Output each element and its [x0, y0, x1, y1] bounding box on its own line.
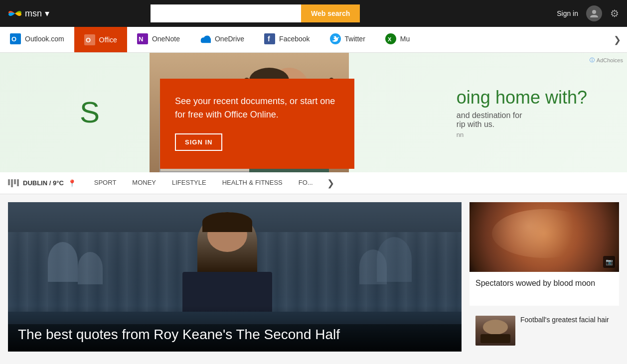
side-articles: 📷 Spectators wowed by blood moon Foo	[470, 202, 619, 352]
category-items: SPORT MONEY LIFESTYLE HEALTH & FITNESS F…	[86, 172, 321, 194]
office-dropdown-panel: See your recent documents, or start one …	[160, 79, 354, 169]
category-fo[interactable]: FO...	[291, 172, 321, 194]
svg-point-0	[592, 10, 596, 14]
top-right-controls: Sign in ⚙	[557, 5, 619, 21]
articles-grid: The best quotes from Roy Keane's The Sec…	[0, 194, 627, 360]
settings-icon[interactable]: ⚙	[610, 7, 619, 19]
football-text: Football's greatest facial hair	[520, 316, 609, 324]
facebook-icon: f	[264, 33, 275, 44]
blood-moon-headline: Spectators wowed by blood moon	[475, 278, 613, 289]
search-button[interactable]: Web search	[301, 4, 360, 22]
camera-icon: 📷	[603, 256, 615, 268]
onenote-icon: N	[137, 33, 148, 44]
xbox-icon: X	[385, 33, 396, 44]
blood-moon-text: Spectators wowed by blood moon	[470, 272, 619, 295]
blood-moon-graphic	[470, 202, 619, 272]
ad-choices: ⓘ AdChoices	[590, 57, 623, 64]
user-icon	[589, 8, 599, 18]
svg-text:X: X	[388, 36, 392, 42]
weather-location: DUBLIN / 9°C	[23, 179, 64, 187]
nav-bar: O Outlook.com O Office N OneNote OneDriv…	[0, 27, 627, 53]
category-sport[interactable]: SPORT	[86, 172, 125, 194]
msn-butterfly-icon	[8, 6, 22, 20]
nav-item-office[interactable]: O Office	[74, 27, 127, 52]
banner-subtext2: rip with us.	[457, 120, 587, 129]
blood-moon-image: 📷	[470, 202, 619, 272]
category-health[interactable]: HEALTH & FITNESS	[214, 172, 291, 194]
banner-brand: nn	[457, 131, 587, 138]
twitter-icon	[330, 33, 341, 44]
office-dropdown-text: See your recent documents, or start one …	[175, 95, 339, 121]
main-content: S	[0, 53, 627, 360]
msn-text: msn	[25, 8, 42, 19]
nav-item-onenote[interactable]: N OneNote	[127, 27, 190, 52]
nav-label-facebook: Facebook	[279, 35, 310, 43]
nav-more-button[interactable]: ❯	[608, 27, 627, 52]
main-article-background: The best quotes from Roy Keane's The Sec…	[8, 202, 462, 352]
nav-label-onenote: OneNote	[152, 35, 180, 43]
category-money[interactable]: MONEY	[124, 172, 164, 194]
outlook-icon: O	[10, 33, 21, 44]
svg-text:N: N	[139, 35, 143, 43]
category-bar: DUBLIN / 9°C 📍 SPORT MONEY LIFESTYLE HEA…	[0, 172, 627, 194]
article-divider	[470, 306, 619, 310]
banner-headline: oing home with?	[457, 87, 587, 108]
weather-pin-icon[interactable]: 📍	[68, 179, 76, 187]
svg-text:O: O	[86, 36, 91, 44]
search-bar: Web search	[151, 4, 360, 22]
nav-item-facebook[interactable]: f Facebook	[254, 27, 319, 52]
nav-label-twitter: Twitter	[345, 35, 365, 43]
nav-item-twitter[interactable]: Twitter	[320, 27, 375, 52]
msn-logo[interactable]: msn ▾	[8, 6, 49, 20]
nav-label-onedrive: OneDrive	[215, 35, 244, 43]
nav-label-outlook: Outlook.com	[25, 35, 64, 43]
search-input[interactable]	[151, 4, 301, 22]
top-bar: msn ▾ Web search Sign in ⚙	[0, 0, 627, 27]
msn-caret-icon: ▾	[45, 8, 49, 19]
banner-subtext1: and destination for	[457, 111, 587, 120]
nav-label-xbox: Mu	[400, 35, 410, 43]
main-article[interactable]: The best quotes from Roy Keane's The Sec…	[8, 202, 462, 352]
sign-in-button[interactable]: Sign in	[557, 9, 578, 17]
football-headline: Football's greatest facial hair	[520, 316, 609, 324]
svg-text:O: O	[11, 35, 16, 43]
svg-text:f: f	[268, 35, 270, 43]
main-article-title-area: The best quotes from Roy Keane's The Sec…	[8, 306, 462, 352]
football-thumbnail	[475, 316, 515, 346]
office-icon: O	[84, 34, 95, 45]
nav-item-onedrive[interactable]: OneDrive	[190, 27, 254, 52]
side-article-blood-moon[interactable]: 📷 Spectators wowed by blood moon	[470, 202, 619, 306]
weather-bars-icon	[8, 179, 19, 187]
category-more-icon[interactable]: ❯	[323, 178, 338, 189]
nav-item-outlook[interactable]: O Outlook.com	[0, 27, 74, 52]
main-article-headline: The best quotes from Roy Keane's The Sec…	[18, 326, 452, 344]
office-signin-button[interactable]: SIGN IN	[175, 133, 222, 151]
avatar-icon[interactable]	[586, 5, 602, 21]
weather-widget: DUBLIN / 9°C 📍	[8, 179, 76, 187]
nav-label-office: Office	[99, 36, 117, 44]
side-article-football[interactable]: Football's greatest facial hair	[470, 310, 619, 352]
category-lifestyle[interactable]: LIFESTYLE	[164, 172, 214, 194]
onedrive-icon	[200, 33, 211, 44]
nav-item-xbox[interactable]: X Mu	[375, 27, 420, 52]
